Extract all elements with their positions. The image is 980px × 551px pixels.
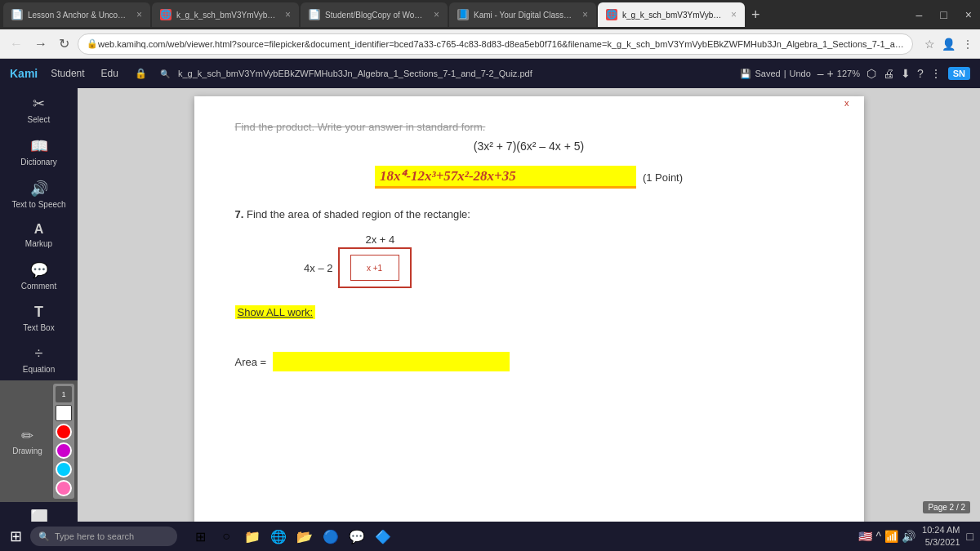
color-red[interactable] [56,424,72,440]
zoom-in-button[interactable]: + [827,67,834,80]
area-row: Area = [235,352,823,371]
tab-2[interactable]: 🌐 k_g_k_sch_bmV3YmVybEBkZWF... × [152,2,299,27]
comment-icon: 💬 [30,261,48,279]
time: 10:24 AM [922,524,960,536]
sidebar-item-drawing[interactable]: ✏ Drawing 1 [0,380,78,502]
color-pink[interactable] [56,480,72,496]
question6-expression: (3x² + 7)(6x² – 4x + 5) [235,140,823,153]
tab-1[interactable]: 📄 Lesson 3 Anchor & Uncover | Sc... × [3,2,150,27]
taskbar-chrome-icon[interactable]: 🔵 [319,525,342,548]
sidebar-item-textbox[interactable]: T Text Box [0,297,78,339]
taskbar-app-icon[interactable]: 🔷 [372,525,394,548]
taskbar-cortana-icon[interactable]: ○ [215,525,238,548]
kami-logo: Kami [10,67,38,80]
nav-bar: ← → ↻ 🔒 web.kamihq.com/web/viewer.html?s… [0,29,980,59]
minimize-button[interactable]: – [911,8,928,21]
zoom-out-button[interactable]: – [817,67,824,80]
taskbar-browser1-icon[interactable]: 🌐 [267,525,290,548]
language-icon[interactable]: 🇺🇸 [858,530,872,543]
sidebar-item-tts[interactable]: 🔊 Text to Speech [0,173,78,216]
tab-5-favicon: 🌐 [606,9,617,20]
tab-2-close[interactable]: × [285,9,291,20]
tab-1-label: Lesson 3 Anchor & Uncover | Sc... [28,11,128,20]
drawing-tool-panel: 1 [53,384,74,499]
tab-3[interactable]: 📄 Student/BlogCopy of Woodwork... × [301,2,448,27]
question-7-num: 7. [235,208,244,220]
menu-icon[interactable]: ⋮ [962,38,973,51]
tab-3-favicon: 📄 [309,9,320,20]
page-indicator: Page 2 / 2 [923,501,970,513]
color-cyan[interactable] [56,461,72,478]
tab-4[interactable]: 📘 Kami - Your Digital Classroom H... × [449,2,596,27]
search-nav-icon[interactable]: 🔍 [160,69,170,78]
show-desktop-icon[interactable]: □ [967,530,973,543]
taskbar-search[interactable]: 🔍 Type here to search [30,527,177,546]
discord-icon: 💬 [349,529,365,544]
color-purple[interactable] [56,442,72,459]
download-icon[interactable]: ⬇ [901,67,911,80]
student-nav[interactable]: Student [46,66,89,81]
tab-3-close[interactable]: × [434,9,439,20]
dictionary-label: Dictionary [20,158,56,167]
select-label: Select [28,115,51,124]
kami-nav: Student Edu 🔒 [46,66,152,81]
taskbar-file-icon[interactable]: 📁 [241,525,264,548]
sidebar-item-comment[interactable]: 💬 Comment [0,255,78,297]
wifi-icon[interactable]: 📶 [884,530,898,543]
share-icon[interactable]: ⬡ [866,67,876,80]
tab-5[interactable]: 🌐 k_g_k_sch_bmV3YmVybEBkZWF... × [598,2,745,27]
color-white[interactable] [56,405,72,421]
sidebar-item-equation[interactable]: ÷ Equation [0,339,78,380]
taskbar-view-icon[interactable]: ⊞ [189,525,212,548]
main-layout: ✂ Select 📖 Dictionary 🔊 Text to Speech A… [0,88,980,543]
zoom-level: 127% [837,69,860,78]
tab-4-favicon: 📘 [457,9,469,20]
address-bar[interactable]: 🔒 web.kamihq.com/web/viewer.html?source=… [78,33,913,55]
textbox-icon: T [34,304,43,321]
sidebar-item-select[interactable]: ✂ Select [0,88,78,131]
close-button[interactable]: × [960,8,977,21]
back-button[interactable]: ← [7,37,26,51]
answer-container: 18x⁴-12x³+57x²-28x+35 (1 Point) [235,166,823,189]
left-dimension-label: 4x – 2 [284,262,333,274]
tool-size-1[interactable]: 1 [56,386,72,402]
undo-button[interactable]: Undo [790,69,811,78]
dictionary-icon: 📖 [30,137,48,155]
network-icon[interactable]: ^ [875,530,881,543]
rectangle-diagram: 2x + 4 4x – 2 x +1 x [284,233,823,288]
drawing-icon: ✏ [21,427,33,445]
pdf-page: Find the product. Write your answer in s… [194,96,864,543]
tab-4-close[interactable]: × [582,9,588,20]
sidebar-item-markup[interactable]: A Markup [0,216,78,255]
restore-button[interactable]: □ [935,8,951,21]
tab-1-close[interactable]: × [136,9,142,20]
tab-5-label: k_g_k_sch_bmV3YmVybEBkZWF... [622,11,723,20]
tab-5-close[interactable]: × [731,9,737,20]
profile-icon[interactable]: 👤 [942,38,956,51]
start-button[interactable]: ⊞ [7,527,25,545]
reload-button[interactable]: ↻ [56,36,73,51]
drawing-label: Drawing [12,447,42,455]
edu-nav[interactable]: Edu [96,66,123,81]
window-controls: – □ × [911,8,977,21]
search-icon: 🔍 [38,531,50,542]
forward-button[interactable]: → [31,37,51,51]
tab-bar: 📄 Lesson 3 Anchor & Uncover | Sc... × 🌐 … [0,0,980,29]
taskbar-folder-icon[interactable]: 📂 [293,525,316,548]
inner-rectangle: x +1 x [350,255,399,281]
print-icon[interactable]: 🖨 [883,67,894,80]
bookmark-icon[interactable]: ☆ [924,38,935,51]
point-label: (1 Point) [643,171,683,184]
show-work-text: Show ALL work: [235,305,316,319]
sidebar-item-dictionary[interactable]: 📖 Dictionary [0,131,78,173]
tab-2-label: k_g_k_sch_bmV3YmVybEBkZWF... [176,11,277,20]
volume-icon[interactable]: 🔊 [902,530,915,543]
more-icon[interactable]: ⋮ [930,67,942,80]
user-avatar[interactable]: SN [948,67,970,80]
taskbar-discord-icon[interactable]: 💬 [345,525,368,548]
outer-rectangle: x +1 x [338,247,412,288]
lock-nav[interactable]: 🔒 [130,66,152,81]
new-tab-button[interactable]: + [746,7,765,24]
help-icon[interactable]: ? [917,67,924,80]
kami-toolbar: Kami Student Edu 🔒 🔍 k_g_k_sch_bmV3YmVyb… [0,59,980,88]
